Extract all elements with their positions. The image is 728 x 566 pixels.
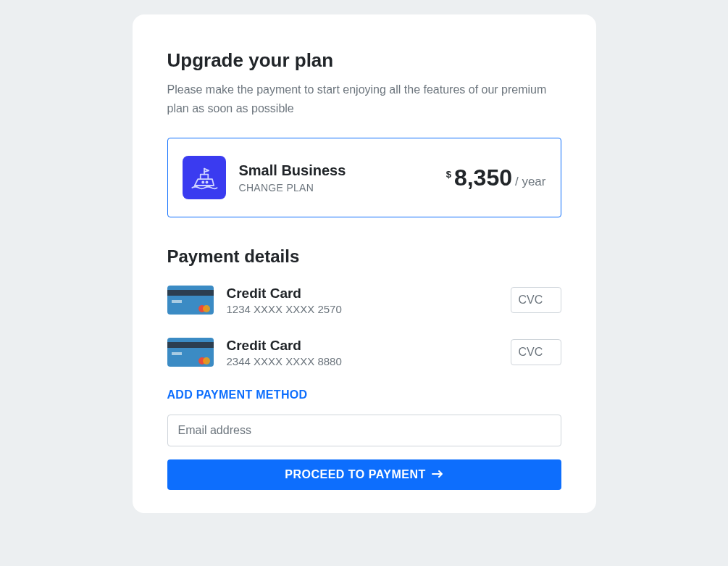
arrow-right-icon	[432, 468, 443, 481]
svg-point-6	[203, 305, 210, 312]
change-plan-button[interactable]: CHANGE PLAN	[239, 182, 346, 193]
payment-method-label: Credit Card	[227, 286, 342, 301]
payment-method-row: Credit Card 2344 XXXX XXXX 8880	[167, 336, 561, 368]
plan-price: $ 8,350 / year	[446, 165, 546, 191]
credit-card-icon	[167, 336, 214, 368]
payment-info: Credit Card 2344 XXXX XXXX 8880	[227, 338, 342, 367]
svg-point-11	[203, 357, 210, 365]
payment-info: Credit Card 1234 XXXX XXXX 2570	[227, 286, 342, 315]
svg-point-1	[206, 182, 207, 183]
svg-rect-8	[167, 342, 214, 348]
price-amount: 8,350	[454, 165, 512, 191]
payment-method-label: Credit Card	[227, 338, 342, 354]
cvc-input[interactable]	[511, 339, 561, 365]
ship-icon	[183, 156, 226, 199]
cvc-input[interactable]	[511, 287, 561, 313]
email-field[interactable]	[167, 415, 561, 446]
plan-box: Small Business CHANGE PLAN $ 8,350 / yea…	[167, 138, 561, 217]
price-period: / year	[515, 175, 546, 189]
page-title: Upgrade your plan	[167, 49, 561, 72]
payment-section-title: Payment details	[167, 246, 561, 267]
add-payment-method-button[interactable]: ADD PAYMENT METHOD	[167, 388, 308, 401]
upgrade-card: Upgrade your plan Please make the paymen…	[133, 14, 596, 513]
credit-card-icon	[167, 284, 214, 316]
svg-rect-4	[172, 300, 182, 303]
payment-method-number: 2344 XXXX XXXX 8880	[227, 355, 342, 367]
proceed-to-payment-button[interactable]: PROCEED TO PAYMENT	[167, 459, 561, 490]
price-currency: $	[446, 169, 451, 180]
plan-info: Small Business CHANGE PLAN	[239, 162, 346, 193]
plan-name: Small Business	[239, 162, 346, 179]
payment-method-row: Credit Card 1234 XXXX XXXX 2570	[167, 284, 561, 316]
payment-method-number: 1234 XXXX XXXX 2570	[227, 303, 342, 315]
svg-rect-9	[172, 352, 182, 355]
proceed-button-label: PROCEED TO PAYMENT	[285, 468, 426, 481]
svg-rect-3	[167, 290, 214, 296]
svg-point-0	[202, 182, 204, 183]
page-subtitle: Please make the payment to start enjoyin…	[167, 80, 561, 117]
